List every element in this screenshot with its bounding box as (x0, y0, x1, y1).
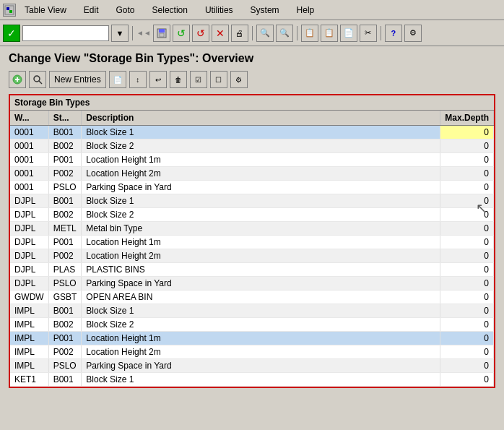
table-row[interactable]: DJPLPLASPLASTIC BINS0 (10, 263, 494, 277)
col-header-st: St... (48, 111, 82, 126)
cell-description: PLASTIC BINS (82, 263, 440, 277)
menu-edit[interactable]: Edit (81, 4, 102, 17)
table-body: 0001B001Block Size 100001B002Block Size … (10, 126, 494, 387)
col-header-w: W... (10, 111, 48, 126)
search-btn[interactable]: 🔍 (256, 25, 274, 42)
cell-warehouse: 0001 (10, 167, 48, 181)
cell-max-depth[interactable]: 0 (440, 139, 494, 153)
cell-max-depth[interactable]: 0 (440, 222, 494, 236)
confirm-button[interactable]: ✓ (3, 25, 20, 42)
toolbar: ✓ ▼ ◄◄ ↺ ↺ ✕ 🖨 🔍 🔍 📋 📋 📄 ✂ ? ⚙ (0, 20, 504, 46)
table-row[interactable]: GWDWGSBTOPEN AREA BIN0 (10, 291, 494, 304)
deselect-btn[interactable]: ☐ (210, 71, 227, 88)
print-btn[interactable]: 🖨 (231, 25, 248, 42)
copy-rows-btn[interactable]: 📄 (109, 71, 126, 88)
cell-warehouse: GWDW (10, 291, 48, 304)
table-row[interactable]: IMPLPSLOParking Space in Yard0 (10, 359, 494, 373)
cell-max-depth[interactable]: 0 (440, 345, 494, 359)
table-row[interactable]: IMPLP002Location Height 2m0 (10, 345, 494, 359)
select-all-btn[interactable]: ☑ (190, 71, 207, 88)
cell-max-depth[interactable]: 0 (440, 249, 494, 263)
cell-warehouse: IMPL (10, 359, 48, 373)
copy-btn[interactable]: 📋 (301, 25, 318, 42)
dropdown-btn[interactable]: ▼ (111, 25, 129, 42)
cell-warehouse: IMPL (10, 304, 48, 318)
cell-description: Block Size 1 (82, 373, 440, 387)
copy2-btn[interactable]: 📋 (321, 25, 338, 42)
cut-btn[interactable]: ✂ (360, 25, 377, 42)
table-row[interactable]: 0001P002Location Height 2m0 (10, 167, 494, 181)
table-row[interactable]: IMPLP001Location Height 1m0 (10, 332, 494, 345)
find-btn[interactable] (29, 71, 46, 88)
table-row[interactable]: DJPLB001Block Size 10 (10, 194, 494, 208)
cell-storage-type: B002 (48, 318, 82, 332)
cell-max-depth[interactable]: 0 (440, 277, 494, 291)
back-btn[interactable]: ↺ (192, 25, 209, 42)
cell-description: Location Height 2m (82, 167, 440, 181)
paste-btn[interactable]: 📄 (340, 25, 357, 42)
cell-max-depth[interactable]: 0 (440, 318, 494, 332)
cell-max-depth[interactable]: 0 (440, 194, 494, 208)
table-row[interactable]: DJPLPSLOParking Space in Yard0 (10, 277, 494, 291)
cell-max-depth[interactable]: 0 (440, 208, 494, 222)
table-row[interactable]: DJPLP002Location Height 2m0 (10, 249, 494, 263)
table-row[interactable]: KET1B001Block Size 10 (10, 373, 494, 387)
svg-rect-1 (6, 7, 9, 10)
table-row[interactable]: 0001B002Block Size 20 (10, 139, 494, 153)
table-row[interactable]: IMPLB001Block Size 10 (10, 304, 494, 318)
settings-btn[interactable]: ⚙ (404, 25, 422, 42)
table-row[interactable]: 0001PSLOParking Space in Yard0 (10, 181, 494, 194)
menu-help[interactable]: Help (294, 4, 318, 17)
data-table: W... St... Description Max.Depth 0001B00… (10, 111, 494, 387)
cell-max-depth[interactable]: 0 (440, 304, 494, 318)
save-btn[interactable] (153, 25, 170, 42)
search2-btn[interactable]: 🔍 (276, 25, 293, 42)
menu-table-view[interactable]: Table View (22, 4, 69, 17)
cell-storage-type: PSLO (48, 277, 82, 291)
table-row[interactable]: DJPLMETLMetal bin Type0 (10, 222, 494, 236)
separator-3 (297, 26, 297, 40)
menu-goto[interactable]: Goto (113, 4, 138, 17)
cell-max-depth[interactable]: 0 (440, 167, 494, 181)
new-entries-button[interactable]: New Entries (49, 71, 106, 88)
svg-line-8 (39, 81, 42, 84)
cell-max-depth[interactable]: 0 (440, 263, 494, 277)
menu-utilities[interactable]: Utilities (202, 4, 236, 17)
delete-btn[interactable]: 🗑 (170, 71, 187, 88)
cell-max-depth[interactable]: 0 (440, 126, 494, 139)
cell-max-depth[interactable]: 0 (440, 373, 494, 387)
cancel-btn[interactable]: ✕ (212, 25, 229, 42)
cell-max-depth[interactable]: 0 (440, 359, 494, 373)
table-row[interactable]: IMPLB002Block Size 20 (10, 318, 494, 332)
refresh-btn[interactable]: ↺ (173, 25, 190, 42)
cell-storage-type: PSLO (48, 359, 82, 373)
cell-max-depth[interactable]: 0 (440, 332, 494, 345)
cell-max-depth[interactable]: 0 (440, 181, 494, 194)
cell-storage-type: GSBT (48, 291, 82, 304)
cell-warehouse: 0001 (10, 126, 48, 139)
cell-storage-type: B001 (48, 194, 82, 208)
config-btn[interactable]: ⚙ (230, 71, 248, 88)
cell-storage-type: P002 (48, 167, 82, 181)
cell-storage-type: METL (48, 222, 82, 236)
table-row[interactable]: DJPLP001Location Height 1m0 (10, 236, 494, 249)
cell-warehouse: IMPL (10, 345, 48, 359)
menu-system[interactable]: System (248, 4, 282, 17)
separator-2 (252, 26, 253, 40)
cell-max-depth[interactable]: 0 (440, 291, 494, 304)
cell-warehouse: KET1 (10, 373, 48, 387)
cell-storage-type: PSLO (48, 181, 82, 194)
command-input[interactable] (22, 25, 109, 41)
menu-selection[interactable]: Selection (149, 4, 191, 17)
move-btn[interactable]: ↕ (129, 71, 147, 88)
cell-description: Block Size 2 (82, 139, 440, 153)
undo-btn[interactable]: ↩ (149, 71, 167, 88)
cell-max-depth[interactable]: 0 (440, 236, 494, 249)
table-row[interactable]: DJPLB002Block Size 20 (10, 208, 494, 222)
table-row[interactable]: 0001P001Location Height 1m0 (10, 153, 494, 167)
cell-max-depth[interactable]: 0 (440, 153, 494, 167)
table-row[interactable]: 0001B001Block Size 10 (10, 126, 494, 139)
details-btn[interactable] (9, 71, 26, 88)
info-btn[interactable]: ? (385, 25, 402, 42)
cell-storage-type: P002 (48, 345, 82, 359)
